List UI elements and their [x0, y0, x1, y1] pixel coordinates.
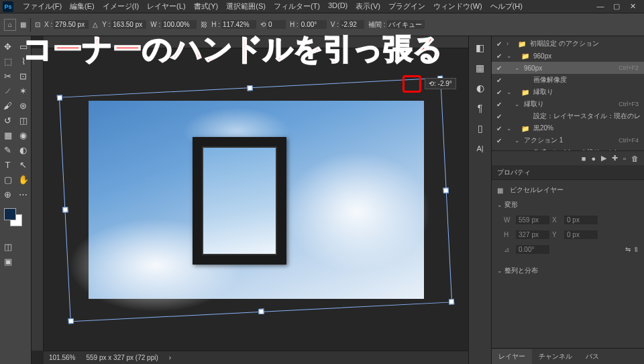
prop-y[interactable]: 0 px [564, 230, 598, 239]
tab-channels[interactable]: チャンネル [532, 349, 579, 364]
char-panel-icon[interactable]: A| [473, 141, 488, 156]
blur-tool[interactable]: ◉ [15, 128, 31, 142]
transform-icon[interactable]: ▦ [20, 21, 26, 28]
menu-plugin[interactable]: プラグイン [384, 0, 429, 13]
properties-tab[interactable]: プロパティ [492, 165, 644, 180]
hand-tool[interactable]: ✋ [15, 172, 31, 187]
pen-tool[interactable]: ✎ [0, 142, 15, 157]
quickmask-tool[interactable]: ◫ [0, 239, 15, 254]
canvas-area: ⟲: -2.9° 101.56% 559 px x 327 px (72 ppi… [32, 36, 468, 364]
zoom-level[interactable]: 101.56% [49, 354, 75, 361]
menu-layer[interactable]: レイヤー(L) [143, 0, 189, 13]
handle-tl[interactable] [56, 95, 62, 100]
menu-3d[interactable]: 3D(D) [324, 0, 352, 13]
transform-section[interactable]: 変形 [504, 201, 518, 208]
handle-tm[interactable] [247, 85, 252, 91]
link-icon[interactable]: ⛓ [201, 21, 207, 28]
history-brush-tool[interactable]: ↺ [0, 113, 15, 128]
check-icon[interactable]: ✔ [494, 101, 504, 108]
prop-x[interactable]: 0 px [564, 216, 598, 224]
eyedropper-tool[interactable]: ⟋ [0, 83, 15, 98]
action-row[interactable]: ✔⌄アクション 1Ctrl+F4 [492, 134, 644, 146]
zoom-tool[interactable]: ⊕ [0, 187, 15, 201]
check-icon[interactable]: ✔ [494, 137, 504, 144]
type-tool[interactable]: T [0, 157, 15, 172]
ruler-vertical[interactable] [32, 48, 44, 351]
triangle-icon[interactable]: △ [93, 21, 98, 28]
action-row[interactable]: ✔⌄📁縁取り [492, 86, 644, 98]
menu-filter[interactable]: フィルター(T) [270, 0, 324, 13]
menu-view[interactable]: 表示(V) [352, 0, 384, 13]
action-row[interactable]: ✔画像解像度 [492, 74, 644, 86]
check-icon[interactable]: ✔ [494, 77, 504, 84]
h-input[interactable] [221, 20, 256, 29]
tab-paths[interactable]: パス [579, 349, 606, 364]
action-row[interactable]: ✔⌄縁取りCtrl+F3 [492, 98, 644, 110]
eraser-tool[interactable]: ◫ [15, 113, 31, 128]
chevron-right-icon[interactable]: › [169, 354, 171, 361]
menu-type[interactable]: 書式(Y) [190, 0, 223, 13]
skew-h-input[interactable] [300, 20, 327, 29]
flip-h-icon[interactable]: ⇋ [625, 246, 631, 253]
handle-bm[interactable] [258, 308, 264, 314]
prop-w[interactable]: 559 px [516, 216, 549, 224]
right-panel: ✔›📁初期設定 のアクション ✔⌄📁960px ✔⌄960pxCtrl+F2 ✔… [491, 36, 644, 364]
menu-window[interactable]: ウィンドウ(W) [429, 0, 486, 13]
x-input[interactable] [54, 20, 89, 29]
shape-tool[interactable]: ▢ [0, 172, 15, 187]
paragraph-panel-icon[interactable]: ¶ [473, 101, 488, 116]
menu-image[interactable]: イメージ(I) [99, 0, 143, 13]
dodge-tool[interactable]: ◐ [15, 142, 31, 157]
align-section[interactable]: 整列と分布 [504, 267, 538, 274]
handle-br[interactable] [448, 299, 453, 304]
record-icon[interactable]: ● [591, 154, 596, 163]
rot-input[interactable] [267, 20, 286, 29]
tab-layers[interactable]: レイヤー [492, 349, 532, 364]
skew-v-input[interactable] [340, 20, 364, 29]
crop-tool[interactable]: ✂ [0, 69, 15, 83]
frame-tool[interactable]: ⊡ [15, 69, 31, 83]
prop-angle[interactable]: 0.00° [516, 245, 549, 254]
handle-mr[interactable] [443, 187, 448, 192]
trash-icon[interactable]: 🗑 [631, 154, 639, 163]
menu-edit[interactable]: 編集(E) [66, 0, 99, 13]
color-swatches[interactable] [0, 208, 31, 230]
close-icon[interactable]: ✕ [628, 2, 637, 11]
move-tool[interactable]: ✥ [0, 39, 15, 54]
gradient-tool[interactable]: ▦ [0, 128, 15, 142]
stop-icon[interactable]: ■ [582, 154, 586, 163]
minimize-icon[interactable]: — [596, 2, 605, 11]
action-row[interactable]: ✔設定：レイヤースタイル：現在のレイ... [492, 110, 644, 122]
menu-help[interactable]: ヘルプ(H) [486, 0, 527, 13]
edit-toolbar[interactable]: ⋯ [15, 187, 31, 201]
play-icon[interactable]: ▶ [601, 154, 606, 163]
handle-bl[interactable] [68, 318, 73, 323]
check-icon[interactable]: ✔ [494, 125, 504, 132]
marquee-tool[interactable]: ⬚ [0, 54, 15, 69]
check-icon[interactable]: ✔ [494, 113, 504, 120]
prop-h[interactable]: 327 px [516, 230, 549, 239]
canvas[interactable] [89, 101, 424, 299]
adjustment-panel-icon[interactable]: ◐ [473, 81, 488, 95]
w-input[interactable] [162, 20, 197, 29]
library-panel-icon[interactable]: ▯ [473, 121, 488, 136]
maximize-icon[interactable]: ▢ [612, 2, 621, 11]
screenmode-tool[interactable]: ▣ [0, 254, 15, 269]
heal-tool[interactable]: ✶ [15, 83, 31, 98]
y-input[interactable] [111, 20, 146, 29]
new-action-icon[interactable]: ▫ [623, 154, 626, 163]
path-tool[interactable]: ↖ [15, 157, 31, 172]
handle-ml[interactable] [62, 206, 68, 212]
flip-v-icon[interactable]: ⥮ [633, 246, 639, 253]
fg-color[interactable] [4, 208, 16, 220]
brush-tool[interactable]: 🖌 [0, 98, 15, 113]
stamp-tool[interactable]: ⊛ [15, 98, 31, 113]
menu-file[interactable]: ファイル(F) [19, 0, 66, 13]
interp-input[interactable] [387, 20, 425, 29]
action-row[interactable]: ✔⌄📁黒20% [492, 122, 644, 134]
check-icon[interactable]: ✔ [494, 89, 504, 96]
menu-select[interactable]: 選択範囲(S) [222, 0, 270, 13]
home-icon[interactable]: ⌂ [4, 19, 16, 31]
ref-point-icon[interactable]: ⊡ [35, 21, 40, 28]
new-folder-icon[interactable]: ✚ [612, 154, 618, 163]
